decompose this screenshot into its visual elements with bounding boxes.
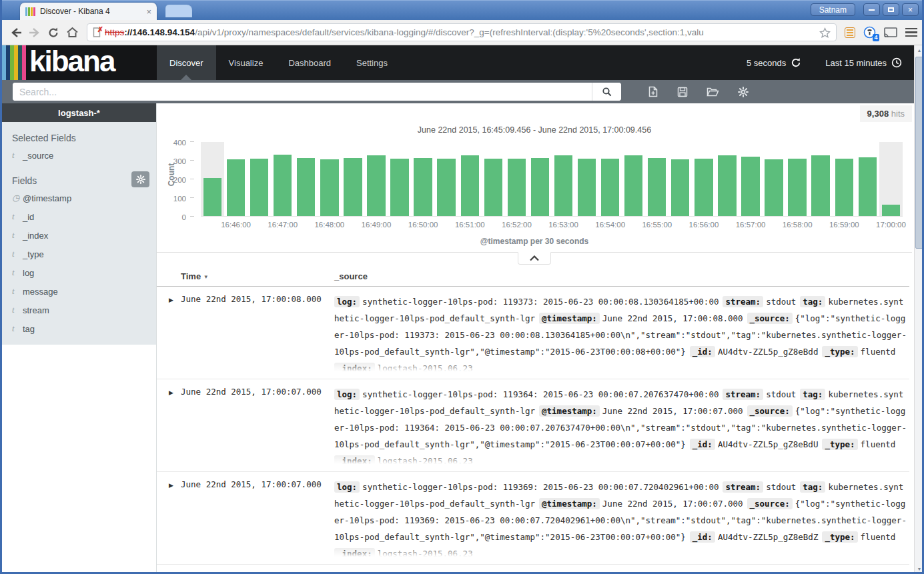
chart-bucket [879,142,903,216]
tab-close-icon[interactable]: × [146,7,151,16]
chart-bar[interactable] [811,155,829,216]
refresh-icon[interactable] [791,57,801,68]
chart-bar[interactable] [461,155,479,216]
chart-bar[interactable] [250,159,268,216]
extension-phone-icon[interactable]: 4 [863,26,876,39]
extension-list-icon[interactable] [845,27,855,38]
x-tick-label: 16:48:00 [314,221,344,229]
chart-bar[interactable] [390,159,408,216]
sidebar-field-item[interactable]: t message [2,282,156,301]
chart-bar[interactable] [718,155,736,216]
field-badge: stream: [723,481,763,493]
chart-bucket [505,142,528,216]
chart-bar[interactable] [601,159,619,216]
x-tick-label: 16:53:00 [548,221,578,229]
tab-discover[interactable]: Discover [157,45,216,80]
close-button[interactable]: × [902,3,919,16]
sidebar-field-item[interactable]: t stream [2,301,156,319]
field-value: fluentd [861,347,896,357]
chart-bar[interactable] [344,158,362,216]
chart-bar[interactable] [695,159,713,216]
chart-bar[interactable] [297,158,315,216]
home-button[interactable] [63,27,81,38]
time-range-label[interactable]: Last 15 minutes [825,58,887,68]
column-header-source[interactable]: _source [334,271,368,281]
chart-bar[interactable] [578,159,596,216]
chart-bar[interactable] [859,157,877,216]
open-search-icon[interactable] [707,87,719,97]
forward-button[interactable] [25,27,44,38]
tab-settings[interactable]: Settings [344,45,400,80]
chart-bucket [668,142,692,216]
scroll-down-arrow-icon[interactable]: ▼ [915,564,924,574]
chart-bar[interactable] [437,159,455,216]
chart-bar[interactable] [554,155,572,216]
expand-row-caret-icon[interactable]: ▶ [157,479,181,489]
reload-button[interactable] [44,27,63,39]
chart-bar[interactable] [741,157,759,216]
new-search-icon[interactable] [648,86,658,97]
chart-bucket [435,142,458,216]
back-button[interactable] [7,27,25,38]
collapse-chart-button[interactable] [518,252,551,265]
field-type-icon: t [12,286,23,297]
url-text: https://146.148.94.154/api/v1/proxy/name… [105,27,815,37]
chart-bar[interactable] [531,158,549,216]
sidebar-field-item[interactable]: ◷ @timestamp [2,189,156,207]
cast-icon[interactable] [884,27,897,38]
chart-bar[interactable] [882,205,900,216]
scroll-up-arrow-icon[interactable]: ▲ [915,45,924,55]
sidebar-field-item[interactable]: t _index [2,226,156,245]
chart-bar[interactable] [648,158,666,216]
chrome-menu-icon[interactable] [905,28,917,37]
chart-bar[interactable] [671,159,689,216]
browser-tab[interactable]: Discover - Kibana 4 × [20,3,157,20]
sidebar-field-item[interactable]: t tag [2,319,156,338]
tab-dashboard[interactable]: Dashboard [276,45,344,80]
field-type-icon: t [12,230,23,241]
chart-bar[interactable] [765,159,783,216]
index-pattern[interactable]: logstash-* [2,103,156,122]
expand-row-caret-icon[interactable]: ▶ [157,386,181,396]
field-value: June 22nd 2015, 17:00:08.000 [602,313,743,323]
chart-bar[interactable] [624,155,642,216]
field-settings-gear-icon[interactable] [131,171,149,187]
scrollbar-thumb[interactable] [915,57,923,249]
sidebar-field-item[interactable]: t _source [2,146,156,165]
chart-bar[interactable] [835,159,853,216]
page-scrollbar[interactable]: ▲ ▼ [914,45,924,574]
chart-bar[interactable] [484,159,502,216]
sidebar-field-item[interactable]: t log [2,263,156,282]
save-search-icon[interactable] [677,87,688,97]
settings-gear-icon[interactable] [738,87,749,97]
chart-bucket [201,142,224,216]
chart-bar[interactable] [367,155,385,216]
chart-bar[interactable] [203,178,221,216]
browser-toolbar: ✗ https://146.148.94.154/api/v1/proxy/na… [0,20,924,45]
search-button[interactable] [592,83,621,101]
new-tab-button[interactable] [165,5,192,17]
minimize-button[interactable] [863,3,880,16]
maximize-button[interactable] [883,3,899,16]
sidebar-field-item[interactable]: t _type [2,245,156,263]
chart-bar[interactable] [414,158,432,216]
chart-plot-area[interactable] [201,142,903,217]
kibana-logo[interactable]: kibana [2,45,157,80]
chart-bar[interactable] [508,159,526,216]
search-input[interactable] [13,83,592,101]
chart-bar[interactable] [788,159,806,216]
chart-bar[interactable] [274,155,292,216]
chart-bar[interactable] [320,159,338,216]
refresh-interval-label[interactable]: 5 seconds [747,58,786,68]
clock-icon[interactable] [891,57,902,68]
insecure-page-icon[interactable]: ✗ [93,27,101,37]
sidebar-field-item[interactable]: t _id [2,207,156,226]
expand-row-caret-icon[interactable]: ▶ [157,293,181,303]
column-header-time[interactable]: Time ▼ [181,271,334,281]
field-type-icon: t [12,267,23,278]
profile-button[interactable]: Satnam [811,3,855,16]
url-bar[interactable]: ✗ https://146.148.94.154/api/v1/proxy/na… [87,23,837,41]
chart-bar[interactable] [227,159,245,216]
tab-visualize[interactable]: Visualize [216,45,276,80]
bookmark-star-icon[interactable] [819,27,831,38]
